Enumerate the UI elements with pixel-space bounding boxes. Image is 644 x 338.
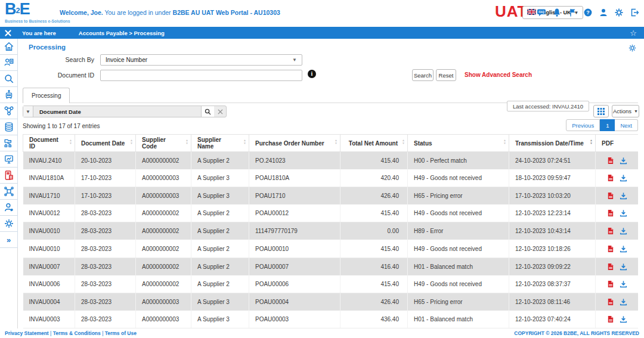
table-row[interactable]: INVAU000328-03-2023A0000000003A Supplier…	[23, 311, 639, 328]
table-cell: 17-10-2023	[75, 169, 136, 187]
table-row[interactable]: INVAU171017-10-2023A0000000003A Supplier…	[23, 187, 639, 205]
download-icon[interactable]	[620, 263, 627, 271]
close-icon[interactable]	[5, 30, 11, 36]
pdf-icon[interactable]	[606, 280, 614, 288]
download-icon[interactable]	[620, 174, 627, 182]
download-icon[interactable]	[620, 209, 627, 217]
pdf-icon[interactable]	[606, 298, 614, 306]
next-page-button[interactable]: Next	[615, 119, 638, 131]
sidebar-item-settings[interactable]	[0, 216, 18, 232]
search-by-select[interactable]: Invoice Number ▼	[100, 54, 302, 66]
sidebar-item-search[interactable]	[0, 71, 18, 87]
column-grid-icon[interactable]	[593, 105, 609, 117]
sort-icon[interactable]	[503, 139, 506, 145]
table-row[interactable]: INVAU001028-03-2023A0000000002A Supplier…	[23, 222, 639, 240]
sidebar-expand-icon[interactable]: »	[0, 232, 18, 248]
privacy-statement-link[interactable]: Privacy Statement	[5, 330, 49, 336]
sort-icon[interactable]	[185, 139, 188, 145]
sidebar-item-home[interactable]	[0, 39, 18, 55]
download-icon[interactable]	[620, 280, 627, 288]
info-icon[interactable]: i	[308, 70, 316, 78]
filter-value-input[interactable]	[87, 106, 201, 117]
download-icon[interactable]	[620, 245, 627, 253]
pdf-cell	[596, 293, 639, 311]
terms-of-use-link[interactable]: Terms of Use	[105, 330, 137, 336]
sidebar-item-user-admin[interactable]	[0, 200, 18, 216]
sort-icon[interactable]	[335, 139, 338, 145]
column-header[interactable]: PDF	[596, 135, 639, 152]
pdf-icon[interactable]	[606, 245, 614, 253]
sort-icon[interactable]	[402, 139, 405, 145]
table-cell: 436.40	[340, 311, 408, 328]
sidebar-item-reports[interactable]	[0, 151, 18, 168]
help-icon[interactable]: ?	[583, 8, 593, 17]
table-cell: 12-10-2023 10:18:26	[509, 240, 596, 258]
sidebar-item-integration[interactable]	[0, 184, 18, 200]
column-header[interactable]: Document Date	[75, 135, 136, 152]
table-row[interactable]: INVAU000728-03-2023A0000000002A Supplier…	[23, 258, 639, 275]
pdf-icon[interactable]	[606, 174, 614, 182]
favorite-star-icon[interactable]: ☆	[630, 29, 637, 37]
sidebar-item-machine[interactable]	[0, 87, 18, 103]
pdf-icon[interactable]	[606, 315, 614, 323]
pdf-icon[interactable]	[606, 263, 614, 271]
terms-conditions-link[interactable]: Terms & Conditions	[53, 330, 101, 336]
sidebar-item-database[interactable]	[0, 119, 18, 135]
pdf-icon[interactable]	[606, 157, 614, 165]
tab-processing[interactable]: Processing	[23, 88, 70, 103]
column-header[interactable]: Supplier Code	[136, 135, 191, 152]
flag-icon[interactable]	[568, 8, 577, 17]
pdf-icon[interactable]	[606, 192, 614, 200]
notifications-bell-icon[interactable]	[552, 8, 562, 17]
uk-flag-icon	[527, 9, 536, 16]
download-icon[interactable]	[620, 298, 627, 306]
sort-icon[interactable]	[130, 139, 133, 145]
search-button[interactable]: Search	[412, 69, 434, 81]
column-header[interactable]: Supplier Name	[191, 135, 249, 152]
column-header-label: PDF	[602, 140, 614, 147]
settings-gear-icon[interactable]	[614, 8, 624, 17]
filter-search-icon[interactable]	[201, 106, 214, 117]
sort-icon[interactable]	[590, 139, 593, 145]
table-row[interactable]: INVAU001028-03-2023A0000000002A Supplier…	[23, 240, 639, 258]
sidebar-item-file-structure[interactable]	[0, 135, 18, 151]
table-row[interactable]: INVAU.241020-10-2023A0000000002A Supplie…	[23, 152, 639, 170]
show-advanced-search-link[interactable]: Show Advanced Search	[465, 72, 532, 78]
user-profile-icon[interactable]	[599, 8, 608, 17]
document-id-input[interactable]	[100, 70, 302, 81]
table-row[interactable]: INVAU001228-03-2023A0000000002A Supplier…	[23, 204, 639, 222]
table-cell: H01 - Balanced match	[408, 258, 509, 275]
download-icon[interactable]	[620, 192, 627, 200]
previous-page-button[interactable]: Previous	[566, 119, 600, 131]
sort-icon[interactable]	[69, 139, 72, 145]
reset-button[interactable]: Reset	[436, 69, 456, 81]
table-cell: 20-10-2023	[75, 152, 136, 170]
download-icon[interactable]	[620, 315, 627, 323]
pdf-cell	[596, 187, 639, 205]
column-header[interactable]: Document ID	[23, 135, 75, 152]
actions-button[interactable]: Actions▼	[612, 105, 639, 117]
table-cell: INVAU.2410	[23, 152, 75, 170]
column-header[interactable]: Transmission Date/Time	[509, 135, 596, 152]
table-row[interactable]: INVAU1810A17-10-2023A0000000003A Supplie…	[23, 169, 639, 187]
column-header[interactable]: Total Net Amount	[340, 135, 408, 152]
pdf-icon[interactable]	[606, 209, 614, 217]
column-header[interactable]: Status	[408, 135, 509, 152]
sidebar-item-training[interactable]	[0, 55, 18, 71]
download-icon[interactable]	[620, 157, 627, 165]
page-settings-icon[interactable]	[628, 44, 637, 52]
sort-icon[interactable]	[243, 139, 246, 145]
filter-clear-icon[interactable]	[214, 106, 226, 117]
page-1-button[interactable]: 1	[600, 119, 615, 131]
column-header[interactable]: Purchase Order Number	[249, 135, 340, 152]
logout-icon[interactable]	[630, 8, 639, 17]
faq-icon[interactable]: FAQ	[537, 8, 546, 17]
filter-dropdown-icon[interactable]: ▼	[23, 106, 33, 117]
document-id-label: Document ID	[18, 72, 94, 79]
sidebar-item-process[interactable]	[0, 103, 18, 119]
download-icon[interactable]	[620, 227, 627, 235]
table-row[interactable]: INVAU000428-03-2023A0000000003A Supplier…	[23, 293, 639, 311]
sidebar-item-accounts-payable[interactable]	[0, 168, 18, 184]
pdf-icon[interactable]	[606, 227, 614, 235]
table-row[interactable]: INVAU000628-03-2023A0000000002A Supplier…	[23, 275, 639, 293]
